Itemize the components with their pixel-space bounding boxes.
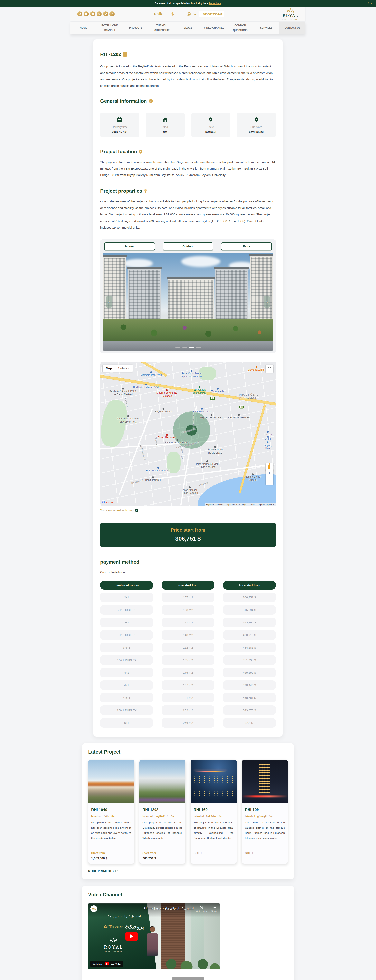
map-attribution-item[interactable]: Terms (248, 503, 256, 506)
watch-on-youtube-button[interactable]: Watch on YouTube (90, 961, 124, 967)
map-attribution-item[interactable]: Report a map error (257, 503, 276, 506)
info-card-label: Sub state (238, 126, 274, 129)
fullscreen-icon[interactable] (265, 365, 273, 372)
project-card-price-label: SOLD (245, 851, 285, 854)
project-card-description: Our project is located in the Beylikdüzü… (143, 820, 182, 850)
info-card-icon (162, 117, 168, 123)
channel-avatar[interactable] (90, 905, 97, 912)
rooms-cell: 2+1 DUBLEX (100, 605, 153, 615)
rooms-cell: 4+1 (100, 680, 153, 690)
project-title: RHI-1202 (100, 51, 276, 57)
nav-item[interactable]: ROYAL HOME ISTANBUL (97, 22, 122, 34)
carousel-dot[interactable] (196, 347, 201, 347)
bulb-icon (144, 189, 147, 192)
zoom-in-button[interactable]: + (265, 469, 273, 477)
nav-item[interactable]: SERVICES (253, 22, 279, 34)
project-card-price-label: Start from (91, 851, 131, 854)
map-attribution-item[interactable]: Keyboard shortcuts (205, 503, 224, 506)
area-cell: 266 m2 (162, 718, 214, 727)
video-presenter (146, 927, 159, 966)
project-card-description: We present this project, which has been … (91, 820, 131, 850)
map-attribution-item[interactable]: Map data ©2024 Google (224, 503, 248, 506)
carousel-dot[interactable] (182, 347, 187, 347)
video-title[interactable]: استنبول کے ایشیائی پہلو کا زیور | Altowe… (99, 907, 194, 910)
royal-home-logo[interactable]: ROYAL HOME ISTANBUL (282, 8, 299, 20)
more-projects-link[interactable]: MORE PROJECTS (88, 869, 288, 873)
play-button[interactable] (125, 932, 138, 941)
telegram-icon[interactable] (77, 11, 82, 16)
project-card-location: Istanbul . fatih . flat (91, 815, 131, 818)
gallery-tab[interactable]: Indoor (104, 242, 155, 250)
youtube-player[interactable]: استنبول کے ایشیائی پہلو کا AlTower پروجی… (88, 904, 220, 969)
map-type-control: Map Satellite (103, 365, 133, 372)
map-label: Eryıl Motorlu Araçlar 2 (146, 467, 170, 473)
facebook-icon[interactable] (109, 11, 114, 16)
google-map[interactable]: Marmara Park AVMAnpa Gross Mega Toptan M… (100, 363, 276, 506)
map-button[interactable]: Map (103, 365, 115, 372)
project-card[interactable]: RHI-160 Istanbul . üsküdar . flat This p… (190, 760, 237, 864)
nav-item[interactable]: PROJECTS (123, 22, 149, 34)
nav-item[interactable]: VIDEO CHANNEL (201, 22, 227, 34)
carousel-next-button[interactable]: › (263, 296, 270, 307)
map-label: Gelişim Üniversitesi (228, 414, 250, 419)
area-cell: 175 m2 (162, 668, 214, 678)
gallery-tab[interactable]: Outdoor (163, 242, 213, 250)
gallery: IndoorOutdoorExtra ‹ › (100, 239, 276, 353)
info-card: Sub state beylikdüzü (237, 113, 276, 137)
currency-selector[interactable]: $ (171, 12, 173, 16)
youtube-icon[interactable] (90, 11, 95, 16)
courtyard (103, 318, 273, 342)
share-button[interactable]: Share (211, 906, 217, 912)
language-selector[interactable]: English (152, 12, 166, 16)
project-card[interactable]: RHI-1040 Istanbul . fatih . flat We pres… (88, 760, 134, 864)
gallery-tab[interactable]: Extra (221, 242, 272, 250)
nav-item[interactable]: CONTACT US (279, 22, 306, 34)
instagram-icon[interactable] (97, 11, 102, 16)
latest-projects-heading: Latest Project (88, 749, 288, 755)
map-label: LİV MARMARA RESIDENCE (207, 446, 224, 454)
youtube-icon (105, 963, 109, 966)
see-more-button[interactable]: See more (172, 977, 204, 980)
carousel-dot[interactable] (175, 347, 180, 347)
map-label: Kocatepe Cd. (130, 479, 144, 485)
watch-later-button[interactable]: Watch later (196, 906, 207, 912)
building-icon (123, 52, 127, 57)
project-card-price: 306,751 $ (143, 856, 182, 860)
area-cell: 167 m2 (162, 680, 214, 690)
carousel-dot[interactable] (189, 347, 194, 347)
video-channel-heading: Video Channel (88, 892, 288, 897)
map-label: Beysan Sanayi Sitesi (200, 414, 223, 419)
price-banner-label: Price start from (102, 527, 274, 533)
offer-press-here-link[interactable]: Press here (209, 2, 221, 5)
video-overlay-line2: AlTower پروجیکٹ (94, 924, 154, 930)
close-icon[interactable] (368, 2, 372, 5)
project-card-image (88, 760, 134, 803)
project-card[interactable]: RHI-1202 Istanbul . beylikdüzü . flat Ou… (140, 760, 186, 864)
info-card: Delivery time 2023 / 5 / 24 (100, 113, 139, 137)
messenger-icon[interactable] (84, 11, 89, 16)
carousel-prev-button[interactable]: ‹ (106, 296, 113, 307)
nav-item[interactable]: TURKISH CITIZENSHIP (149, 22, 175, 34)
nav-item[interactable]: COMMON QUESTIONS (227, 22, 253, 34)
nav-item[interactable]: BLOGS (175, 22, 201, 34)
map-label: Beylikdüzü Osb (155, 408, 172, 414)
satellite-button[interactable]: Satellite (115, 365, 133, 372)
project-card[interactable]: RHI-109 Istanbul . güneşli . flat The pr… (242, 760, 288, 864)
whatsapp-icon[interactable] (186, 11, 191, 16)
price-cell: 451,395 $ (223, 655, 276, 665)
price-banner-value: 306,751 $ (102, 536, 274, 542)
nav-item[interactable]: HOME (70, 22, 97, 34)
payment-table-header: Price start from (223, 581, 276, 590)
project-properties-text: One of the features of the project is th… (100, 198, 276, 231)
price-cell: 306,751 $ (223, 592, 276, 602)
project-card-code: RHI-160 (194, 808, 234, 812)
rooms-cell: 3.5+1 (100, 643, 153, 652)
payment-table-header: number of rooms (100, 581, 153, 590)
map-label: Marmara Park AVM (141, 371, 162, 377)
zoom-out-button[interactable]: − (265, 477, 273, 485)
twitter-icon[interactable] (103, 11, 108, 16)
area-cell: 152 m2 (162, 643, 214, 652)
project-location-text: The project is far from: 5 minutes from … (100, 159, 276, 178)
project-card-code: RHI-1040 (91, 808, 131, 812)
header-phone-number[interactable]: +905300333444 (199, 11, 224, 17)
